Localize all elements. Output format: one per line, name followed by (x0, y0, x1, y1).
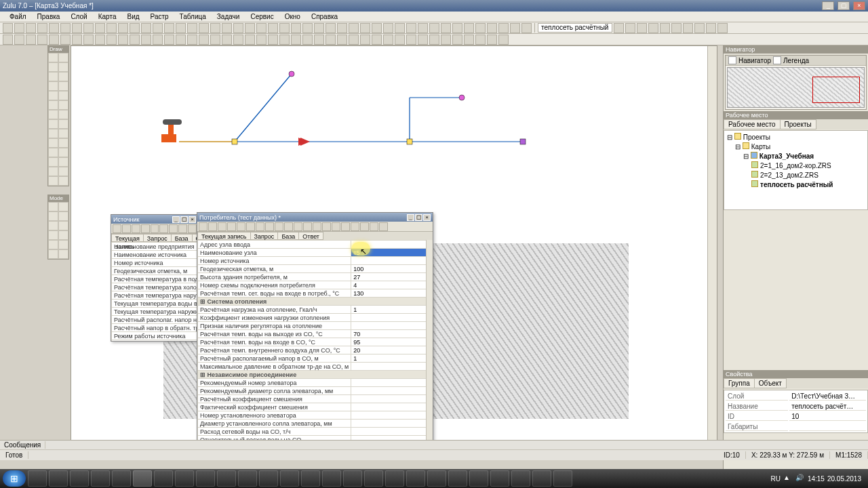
attr-value[interactable]: 27 (351, 273, 433, 281)
toolbar-button[interactable] (256, 35, 267, 45)
toolbar-button[interactable] (337, 35, 347, 45)
toolbar-button[interactable] (14, 23, 24, 33)
toolbar-button[interactable] (164, 35, 174, 45)
tool-button[interactable] (58, 176, 68, 186)
toolbar-button[interactable] (337, 23, 347, 33)
tray-icon[interactable]: 🔊 (795, 474, 805, 483)
close-button[interactable]: × (853, 1, 865, 10)
toolbar-button[interactable] (332, 222, 340, 231)
taskbar-app[interactable] (70, 470, 89, 487)
win-max-icon[interactable]: ▢ (180, 216, 188, 223)
toolbar-button[interactable] (153, 23, 163, 33)
attr-value[interactable] (351, 387, 433, 395)
toolbar-button[interactable] (360, 222, 369, 231)
source-attributes-window[interactable]: Источник_▢× document.write(Array.from({l… (111, 214, 199, 342)
taskbar-app[interactable] (175, 470, 194, 487)
toolbar-button[interactable] (452, 35, 462, 45)
menu-table[interactable]: Таблица (174, 12, 212, 22)
toolbar-button[interactable] (452, 23, 462, 33)
taskbar-app[interactable] (217, 470, 236, 487)
toolbar-button[interactable] (464, 35, 474, 45)
system-tray[interactable]: RU ▲ 🔊 14:15 20.05.2013 (770, 474, 865, 483)
toolbar-button[interactable] (60, 23, 71, 33)
attr-value[interactable]: 70 (351, 330, 433, 338)
toolbar-button[interactable] (614, 23, 624, 33)
toolbar-button[interactable] (648, 23, 658, 33)
attr-value[interactable] (351, 257, 433, 265)
toolbar-button[interactable] (464, 23, 474, 33)
tool-button[interactable] (58, 240, 68, 249)
menu-edit[interactable]: Правка (32, 12, 66, 22)
tool-button[interactable] (48, 211, 58, 221)
toolbar-button[interactable] (326, 23, 336, 33)
taskbar-app[interactable] (343, 470, 362, 487)
attr-value[interactable] (351, 314, 433, 322)
taskbar-app[interactable] (154, 470, 173, 487)
toolbar-button[interactable] (26, 23, 36, 33)
toolbar-button[interactable] (153, 35, 163, 45)
toolbar-button[interactable] (188, 224, 197, 233)
toolbar-button[interactable] (498, 23, 509, 33)
taskbar-app[interactable] (406, 470, 425, 487)
tab-projects[interactable]: Проекты (780, 119, 816, 129)
toolbar-button[interactable] (637, 23, 647, 33)
attr-value[interactable] (351, 363, 433, 371)
attr-value[interactable] (351, 403, 433, 411)
toolbar-button[interactable] (256, 222, 264, 231)
taskbar-app[interactable] (280, 470, 299, 487)
attr-value[interactable]: 1 (351, 306, 433, 314)
taskbar-app[interactable] (322, 470, 341, 487)
attr-value[interactable]: 4 (351, 281, 433, 289)
toolbar-button[interactable] (113, 224, 121, 233)
toolbar-button[interactable] (360, 23, 370, 33)
menu-raster[interactable]: Растр (145, 12, 174, 22)
tool-button[interactable] (58, 62, 68, 72)
attr-value[interactable]: 1 (351, 354, 433, 363)
tool-button[interactable] (48, 148, 58, 157)
tool-button[interactable] (58, 249, 68, 259)
toolbar-button[interactable] (106, 23, 117, 33)
toolbar-button[interactable] (159, 224, 168, 233)
tool-button[interactable] (58, 91, 68, 100)
tab-current[interactable]: Текущая запись (111, 234, 144, 242)
attr-value[interactable]: 95 (351, 338, 433, 346)
taskbar-app[interactable] (28, 470, 47, 487)
toolbar-button[interactable] (176, 23, 186, 33)
attr-value[interactable] (351, 395, 433, 403)
toolbar-button[interactable] (245, 23, 255, 33)
toolbar-button[interactable] (233, 23, 243, 33)
taskbar-app[interactable] (196, 470, 215, 487)
toolbar-button[interactable] (49, 23, 59, 33)
toolbar-button[interactable] (372, 35, 382, 45)
toolbar-button[interactable] (326, 35, 336, 45)
toolbar-button[interactable] (122, 224, 131, 233)
tool-button[interactable] (58, 230, 68, 240)
toolbar-button[interactable] (302, 23, 313, 33)
win-close-icon[interactable]: × (423, 214, 431, 221)
taskbar-app[interactable] (364, 470, 383, 487)
toolbar-button[interactable] (237, 222, 245, 231)
toolbar-button[interactable] (487, 23, 497, 33)
tool-button[interactable] (58, 129, 68, 138)
toolbar-button[interactable] (314, 23, 324, 33)
taskbar-app[interactable] (532, 470, 551, 487)
menu-service[interactable]: Сервис (245, 12, 279, 22)
toolbar-button[interactable] (132, 224, 140, 233)
win-min-icon[interactable]: _ (407, 214, 414, 221)
toolbar-button[interactable] (498, 35, 509, 45)
toolbar-button[interactable] (118, 35, 128, 45)
toolbar-button[interactable] (372, 23, 382, 33)
toolbar-button[interactable] (60, 35, 71, 45)
grid-scrollbar[interactable] (426, 240, 433, 451)
tool-button[interactable] (48, 240, 58, 249)
tool-button[interactable] (48, 119, 58, 129)
taskbar-app[interactable] (259, 470, 278, 487)
taskbar-app[interactable] (133, 470, 152, 487)
layer-tree[interactable]: ⊟ Проекты ⊟ Карты ⊟ Карта3_Учебная 2=1_1… (724, 130, 868, 210)
attr-value[interactable] (351, 428, 433, 436)
toolbar-button[interactable] (169, 224, 178, 233)
taskbar-app[interactable] (511, 470, 530, 487)
toolbar-button[interactable] (475, 35, 486, 45)
toolbar-button[interactable] (351, 222, 359, 231)
attr-value[interactable]: т5 (351, 249, 433, 257)
